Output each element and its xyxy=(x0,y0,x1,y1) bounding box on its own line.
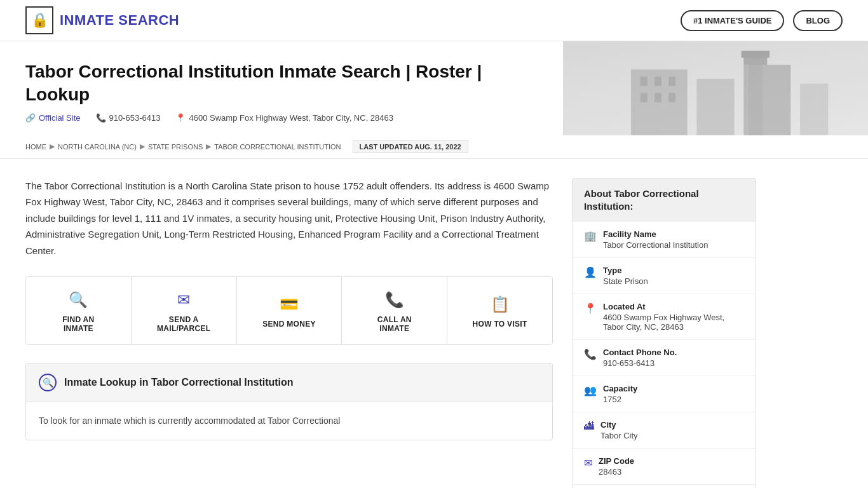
svg-rect-7 xyxy=(641,93,648,102)
breadcrumb-state-prisons[interactable]: STATE PRISONS xyxy=(148,143,203,151)
sidebar-title: About Tabor Correctional Institution: xyxy=(573,179,756,222)
address-icon: 📍 xyxy=(175,113,186,123)
official-site-link[interactable]: 🔗 Official Site xyxy=(25,113,81,123)
sidebar-item-0: 🏢 Facility Name Tabor Correctional Insti… xyxy=(573,222,756,258)
sidebar-item-label: City xyxy=(600,420,638,430)
sidebar-item-content: Type State Prison xyxy=(603,266,648,286)
call-inmate-card[interactable]: 📞 CALL ANINMATE xyxy=(342,277,447,344)
send-money-card[interactable]: 💳 SEND MONEY xyxy=(237,277,342,344)
send-mail-label: SEND AMAIL/PARCEL xyxy=(157,315,210,333)
bc-sep-3: ▶ xyxy=(206,142,211,151)
svg-rect-5 xyxy=(654,76,661,86)
lookup-title: Inmate Lookup in Tabor Correctional Inst… xyxy=(64,377,294,388)
sidebar-item-icon: 👥 xyxy=(584,384,597,396)
svg-rect-10 xyxy=(749,55,763,135)
logo-icon: 🔒 xyxy=(25,6,53,34)
lookup-header: 🔍 Inmate Lookup in Tabor Correctional In… xyxy=(26,363,552,402)
hero-section: Tabor Correctional Institution Inmate Se… xyxy=(0,41,868,135)
breadcrumb-nc[interactable]: NORTH CAROLINA (NC) xyxy=(58,143,137,151)
send-mail-card[interactable]: ✉ SEND AMAIL/PARCEL xyxy=(132,277,237,344)
sidebar-item-6: ✉ ZIP Code 28463 xyxy=(573,449,756,485)
svg-rect-9 xyxy=(668,93,675,102)
sidebar-item-icon: ✉ xyxy=(584,457,592,469)
sidebar-item-label: Facility Name xyxy=(603,229,708,239)
header-nav: #1 INMATE'S GUIDE BLOG xyxy=(681,10,843,31)
logo-link[interactable]: 🔒 INMATE SEARCH xyxy=(25,6,179,34)
sidebar-item-label: ZIP Code xyxy=(599,456,634,466)
phone-info: 📞 910-653-6413 xyxy=(96,113,161,123)
last-updated-badge: LAST UPDATED AUG. 11, 2022 xyxy=(353,140,468,153)
sidebar-item-2: 📍 Located At 4600 Swamp Fox Highway West… xyxy=(573,294,756,340)
sidebar-item-value: State Prison xyxy=(603,276,648,286)
mail-icon: ✉ xyxy=(177,291,190,309)
sidebar-item-1: 👤 Type State Prison xyxy=(573,258,756,294)
phone-icon: 📞 xyxy=(96,113,106,123)
main-layout: The Tabor Correctional Institution is a … xyxy=(0,159,868,488)
sidebar-box: About Tabor Correctional Institution: 🏢 … xyxy=(572,178,756,488)
call-inmate-label: CALL ANINMATE xyxy=(377,315,412,333)
sidebar-items: 🏢 Facility Name Tabor Correctional Insti… xyxy=(573,222,756,488)
action-cards: 🔍 FIND ANINMATE ✉ SEND AMAIL/PARCEL 💳 SE… xyxy=(25,276,553,345)
sidebar-item-icon: 👤 xyxy=(584,266,597,278)
send-money-label: SEND MONEY xyxy=(262,320,316,329)
link-icon: 🔗 xyxy=(25,113,36,123)
sidebar-item-4: 👥 Capacity 1752 xyxy=(573,376,756,412)
phone-icon: 📞 xyxy=(385,291,404,309)
breadcrumb-current: TABOR CORRECTIONAL INSTITUTION xyxy=(214,143,341,151)
breadcrumb-home[interactable]: HOME xyxy=(25,143,46,151)
sidebar-item-icon: 📞 xyxy=(584,348,597,360)
money-icon: 💳 xyxy=(280,295,299,313)
lookup-search-icon: 🔍 xyxy=(39,374,57,391)
sidebar-item-icon: 🏢 xyxy=(584,230,597,242)
logo-text: INMATE SEARCH xyxy=(60,12,179,29)
address-info: 📍 4600 Swamp Fox Highway West, Tabor Cit… xyxy=(175,113,393,123)
sidebar-item-content: ZIP Code 28463 xyxy=(599,456,634,477)
facility-description: The Tabor Correctional Institution is a … xyxy=(25,178,553,259)
sidebar-item-label: Capacity xyxy=(603,384,637,393)
main-content: The Tabor Correctional Institution is a … xyxy=(25,178,572,488)
lookup-body-text: To look for an inmate which is currently… xyxy=(39,416,340,426)
bc-sep-2: ▶ xyxy=(140,142,145,151)
svg-rect-12 xyxy=(742,51,770,58)
sidebar: About Tabor Correctional Institution: 🏢 … xyxy=(572,178,756,488)
sidebar-item-label: Contact Phone No. xyxy=(603,348,677,357)
page-title: Tabor Correctional Institution Inmate Se… xyxy=(25,60,521,107)
svg-rect-3 xyxy=(800,84,828,135)
how-to-visit-label: HOW TO VISIT xyxy=(473,320,527,329)
sidebar-item-5: 🏙 City Tabor City xyxy=(573,412,756,449)
sidebar-item-7: 🗺 State North Carolina (NC) xyxy=(573,485,756,488)
sidebar-item-content: Located At 4600 Swamp Fox Highway West, … xyxy=(603,302,744,332)
hero-meta: 🔗 Official Site 📞 910-653-6413 📍 4600 Sw… xyxy=(25,113,843,123)
lookup-box: 🔍 Inmate Lookup in Tabor Correctional In… xyxy=(25,363,553,440)
svg-rect-8 xyxy=(654,93,661,102)
sidebar-item-label: Located At xyxy=(603,302,744,311)
how-to-visit-card[interactable]: 📋 HOW TO VISIT xyxy=(447,277,552,344)
sidebar-item-3: 📞 Contact Phone No. 910-653-6413 xyxy=(573,340,756,376)
sidebar-item-value: Tabor City xyxy=(600,431,638,440)
lookup-body: To look for an inmate which is currently… xyxy=(26,402,552,439)
search-icon: 🔍 xyxy=(69,291,88,309)
sidebar-item-value: 28463 xyxy=(599,467,634,477)
find-inmate-label: FIND ANINMATE xyxy=(62,315,94,333)
sidebar-item-content: Contact Phone No. 910-653-6413 xyxy=(603,348,677,368)
sidebar-item-content: City Tabor City xyxy=(600,420,638,440)
find-inmate-card[interactable]: 🔍 FIND ANINMATE xyxy=(26,277,132,344)
sidebar-item-label: Type xyxy=(603,266,648,275)
breadcrumb: HOME ▶ NORTH CAROLINA (NC) ▶ STATE PRISO… xyxy=(0,135,868,159)
svg-rect-1 xyxy=(696,79,734,135)
svg-rect-6 xyxy=(668,76,675,86)
header: 🔒 INMATE SEARCH #1 INMATE'S GUIDE BLOG xyxy=(0,0,868,41)
blog-button[interactable]: BLOG xyxy=(793,10,843,31)
sidebar-item-content: Facility Name Tabor Correctional Institu… xyxy=(603,229,708,250)
inmates-guide-button[interactable]: #1 INMATE'S GUIDE xyxy=(681,10,784,31)
sidebar-item-value: 1752 xyxy=(603,395,637,404)
sidebar-item-icon: 📍 xyxy=(584,302,597,315)
bc-sep-1: ▶ xyxy=(50,142,55,151)
visit-icon: 📋 xyxy=(491,295,510,313)
sidebar-item-value: 910-653-6413 xyxy=(603,358,677,368)
sidebar-item-content: Capacity 1752 xyxy=(603,384,637,404)
sidebar-item-icon: 🏙 xyxy=(584,421,594,432)
sidebar-item-value: Tabor Correctional Institution xyxy=(603,240,708,250)
svg-rect-4 xyxy=(641,76,648,86)
sidebar-item-value: 4600 Swamp Fox Highway West, Tabor City,… xyxy=(603,313,744,332)
